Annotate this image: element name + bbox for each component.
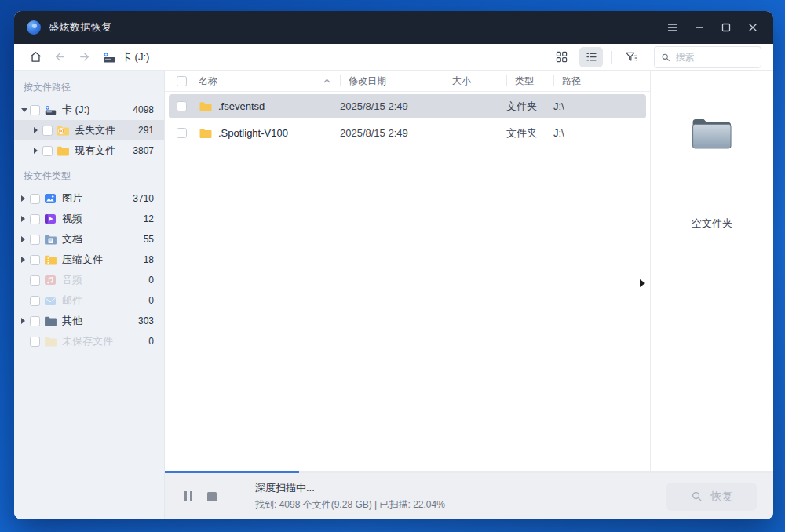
scan-status-title: 深度扫描中... [255, 481, 445, 495]
section-header-by-path: 按文件路径 [14, 72, 164, 100]
collapse-preview-arrow[interactable] [640, 279, 645, 287]
close-button[interactable] [744, 20, 761, 36]
checkbox[interactable] [30, 296, 40, 306]
sidebar-item-others[interactable]: 其他 303 [14, 311, 164, 331]
current-drive-breadcrumb[interactable]: 卡 (J:) [102, 50, 149, 64]
checkbox[interactable] [30, 235, 40, 245]
search-input[interactable] [676, 52, 754, 63]
item-count: 0 [148, 336, 154, 347]
recover-button-label: 恢复 [711, 490, 733, 504]
video-icon [44, 213, 57, 225]
maximize-button[interactable] [717, 20, 734, 36]
item-count: 12 [144, 213, 154, 224]
item-count: 3807 [133, 145, 154, 156]
sidebar: 按文件路径 卡 (J:) 4098 丢失文件 291 [14, 71, 165, 519]
file-name: .fseventsd [218, 100, 265, 112]
sidebar-item-archives[interactable]: 压缩文件 18 [14, 250, 164, 270]
folder-icon [199, 100, 213, 112]
list-view-icon [586, 51, 597, 63]
home-icon [29, 50, 42, 64]
section-header-by-type: 按文件类型 [14, 161, 164, 188]
recover-button[interactable]: 恢复 [666, 483, 757, 511]
preview-panel: 空文件夹 [650, 71, 773, 471]
document-icon [44, 233, 57, 246]
recover-search-icon [691, 490, 703, 502]
sidebar-item-documents[interactable]: 文档 55 [14, 229, 164, 250]
expand-arrow-icon[interactable] [34, 148, 42, 154]
file-type: 文件夹 [506, 100, 553, 114]
checkbox[interactable] [30, 194, 40, 204]
item-count: 3710 [133, 193, 154, 204]
select-all-checkbox[interactable] [177, 76, 187, 86]
sidebar-item-mail[interactable]: 邮件 0 [14, 290, 164, 311]
sidebar-item-lost-files[interactable]: 丢失文件 291 [14, 120, 164, 140]
table-header: 名称 修改日期 大小 类型 路径 [165, 71, 650, 92]
mail-icon [44, 294, 57, 307]
sidebar-item-label: 邮件 [62, 293, 148, 308]
sidebar-item-label: 未保存文件 [62, 334, 148, 348]
checkbox[interactable] [30, 337, 40, 347]
stop-scan-button[interactable] [205, 490, 219, 504]
drive-icon [102, 50, 117, 64]
sidebar-item-label: 压缩文件 [62, 253, 144, 267]
search-icon [661, 52, 670, 63]
checkbox[interactable] [42, 126, 53, 136]
column-header-path[interactable]: 路径 [553, 75, 650, 86]
home-button[interactable] [26, 48, 45, 67]
filter-button[interactable] [619, 47, 643, 67]
sidebar-item-videos[interactable]: 视频 12 [14, 209, 164, 229]
sidebar-item-label: 音频 [62, 273, 148, 287]
expand-arrow-icon[interactable] [21, 216, 30, 222]
filter-icon [625, 51, 638, 63]
item-count: 55 [144, 234, 154, 245]
file-name: .Spotlight-V100 [218, 127, 288, 139]
close-icon [748, 23, 758, 32]
table-row[interactable]: .Spotlight-V100 2025/8/15 2:49 文件夹 J:\ [169, 121, 646, 145]
checkbox[interactable] [30, 214, 40, 224]
sidebar-item-unsaved[interactable]: 未保存文件 0 [14, 331, 164, 352]
menu-button[interactable] [664, 20, 681, 36]
pictures-icon [44, 192, 57, 205]
forward-button[interactable] [75, 48, 93, 67]
checkbox[interactable] [177, 128, 187, 138]
checkbox[interactable] [30, 275, 40, 286]
checkbox[interactable] [30, 316, 40, 326]
expand-arrow-icon[interactable] [21, 318, 30, 324]
back-button[interactable] [50, 48, 69, 67]
status-bar: 深度扫描中... 找到: 4098 个文件(9.28 GB) | 已扫描: 22… [165, 473, 773, 519]
expand-arrow-icon[interactable] [21, 257, 30, 263]
expand-arrow-icon[interactable] [34, 127, 42, 133]
sidebar-item-existing-files[interactable]: 现有文件 3807 [14, 140, 164, 161]
column-header-type[interactable]: 类型 [506, 75, 553, 86]
column-header-name[interactable]: 名称 [199, 75, 340, 86]
list-view-button[interactable] [579, 47, 603, 67]
checkbox[interactable] [30, 255, 40, 265]
file-modified: 2025/8/15 2:49 [340, 100, 444, 112]
checkbox[interactable] [30, 105, 40, 115]
pause-scan-button[interactable] [181, 490, 195, 504]
sidebar-item-pictures[interactable]: 图片 3710 [14, 188, 164, 209]
checkbox[interactable] [42, 146, 53, 156]
column-header-size[interactable]: 大小 [444, 75, 506, 86]
minimize-icon [695, 23, 704, 32]
grid-view-button[interactable] [550, 47, 573, 67]
file-path: J:\ [553, 100, 646, 112]
file-path: J:\ [553, 127, 646, 139]
audio-icon [44, 274, 57, 286]
forward-arrow-icon [78, 50, 91, 64]
drive-label: 卡 (J:) [122, 50, 149, 64]
sort-ascending-icon[interactable] [323, 78, 330, 83]
column-header-modified[interactable]: 修改日期 [340, 75, 444, 86]
item-count: 4098 [133, 104, 154, 115]
file-type: 文件夹 [506, 126, 553, 140]
expand-arrow-icon[interactable] [21, 108, 30, 112]
minimize-button[interactable] [691, 20, 707, 36]
search-box [654, 46, 761, 68]
sidebar-item-audio[interactable]: 音频 0 [14, 270, 164, 290]
empty-folder-preview-icon [689, 115, 735, 152]
checkbox[interactable] [177, 101, 187, 111]
table-row[interactable]: .fseventsd 2025/8/15 2:49 文件夹 J:\ [169, 94, 646, 118]
expand-arrow-icon[interactable] [21, 195, 30, 202]
sidebar-item-drive[interactable]: 卡 (J:) 4098 [14, 100, 164, 120]
expand-arrow-icon[interactable] [21, 236, 30, 242]
